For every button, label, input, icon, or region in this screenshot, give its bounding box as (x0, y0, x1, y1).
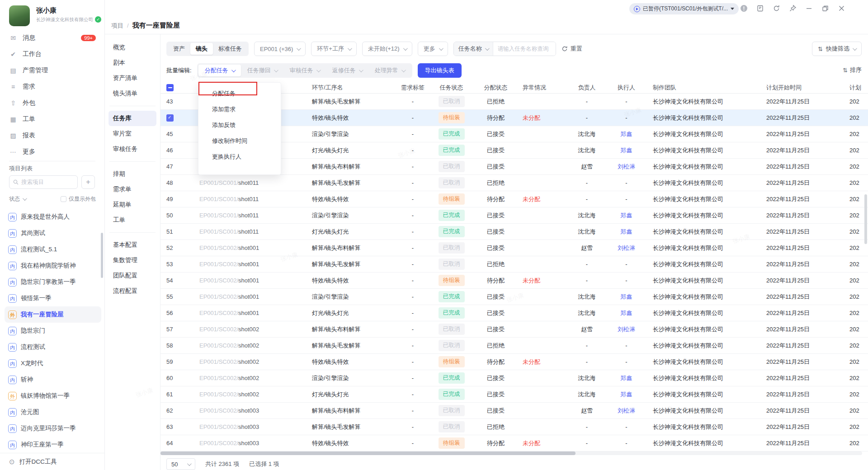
executor-link[interactable]: - (625, 277, 627, 284)
col-executor[interactable]: 执行人 (606, 84, 646, 92)
sidebar-menu-item[interactable]: ▦ 工单 (5, 111, 100, 127)
select-all-checkbox[interactable] (166, 84, 174, 91)
sidebar-menu-item[interactable]: ▤ 产需管理 (5, 62, 100, 79)
executor-link[interactable]: - (625, 114, 627, 121)
restore-icon[interactable] (821, 5, 829, 12)
sidebar-menu-item[interactable]: ▨ 报表 (5, 127, 100, 144)
shot-cell[interactable]: EP001/SC001/shot011 (195, 228, 306, 235)
warning-icon[interactable] (740, 5, 748, 12)
context-menu-item[interactable]: 添加反馈 (198, 117, 281, 133)
project-item[interactable]: 外 镇妖博物馆第一季 (5, 388, 101, 404)
project-item[interactable]: 内 迈向克里玛莎第一季 (5, 420, 101, 437)
segment-option[interactable]: 镜头 (190, 43, 213, 55)
page-size-select[interactable]: 50 (166, 458, 195, 470)
executor-link[interactable]: 郑鑫 (621, 375, 632, 381)
table-row[interactable]: 60 EP001/SC002/shot002 渲染/引擎渲染 - 已完成 已接受… (160, 370, 868, 386)
sidebar-menu-item[interactable]: ✔ 工作台 (5, 46, 100, 62)
table-row[interactable]: 62 EP001/SC002/shot003 解算/镜头布料解算 - 已取消 已… (160, 403, 868, 419)
project-item[interactable]: 内 流程测试_5.1 (5, 241, 101, 258)
horizontal-scrollbar[interactable] (160, 451, 862, 455)
project-item[interactable]: 内 沧元图 (5, 404, 101, 420)
project-item[interactable]: 内 原来我是世外高人 (5, 209, 101, 225)
table-row[interactable]: 50 EP001/SC001/shot011 渲染/引擎渲染 - 已完成 已接受… (160, 207, 868, 224)
col-status[interactable]: 任务状态 (428, 84, 475, 92)
col-tag[interactable]: 需求标签 (398, 84, 428, 92)
context-menu-item[interactable]: 修改制作时间 (198, 133, 281, 149)
shot-cell[interactable]: EP001/SC002/shot002 (195, 326, 306, 333)
executor-link[interactable]: 刘松淋 (618, 244, 635, 251)
horizontal-scrollbar-thumb[interactable] (160, 451, 576, 455)
project-item[interactable]: 内 神印王座第一季 (5, 437, 101, 452)
executor-link[interactable]: - (625, 440, 627, 446)
bulk-action-dropdown[interactable]: 分配任务 (198, 65, 241, 76)
filter-dropdown[interactable]: 环节+工序 (311, 42, 357, 56)
shot-cell[interactable]: EP001/SC002/shot003 (195, 407, 306, 414)
subnav-item[interactable]: 流程配置 (108, 283, 156, 299)
subnav-item[interactable]: 基本配置 (108, 237, 156, 253)
executor-link[interactable]: - (625, 358, 627, 365)
project-item[interactable]: 内 其尚测试 (5, 225, 101, 241)
bulk-action-dropdown[interactable]: 审核任务 (283, 65, 326, 76)
col-owner[interactable]: 负责人 (567, 84, 606, 92)
table-row[interactable]: 55 EP001/SC002/shot001 渲染/引擎渲染 - 已完成 已接受… (160, 289, 868, 305)
table-row[interactable]: 57 EP001/SC002/shot002 解算/镜头布料解算 - 已取消 已… (160, 321, 868, 338)
col-abnormal[interactable]: 异常情况 (516, 84, 567, 92)
name-filter-field-select[interactable]: 任务名称 (454, 42, 493, 56)
context-menu-item[interactable]: 添加需求 (198, 101, 281, 117)
table-row[interactable]: 59 EP001/SC002/shot002 特效/镜头特效 - 待组装 待分配… (160, 354, 868, 370)
project-item[interactable]: 内 顿悟第一季 (5, 290, 101, 306)
shot-cell[interactable]: EP001/SC002/shot001 (195, 293, 306, 300)
filter-dropdown[interactable]: 未开始(+12) (362, 42, 412, 56)
feedback-icon[interactable] (756, 5, 764, 12)
project-item[interactable]: 内 流程测试 (5, 339, 101, 355)
minimize-icon[interactable] (805, 5, 813, 12)
table-row[interactable]: 48 EP001/SC001/shot011 解算/镜头毛发解算 - 已取消 已… (160, 175, 868, 191)
project-search-input[interactable]: 搜索项目 (9, 175, 78, 189)
sort-button[interactable]: ⇅ 排序 (843, 66, 862, 74)
close-icon[interactable] (838, 5, 845, 12)
subnav-item[interactable] (109, 161, 156, 162)
shot-cell[interactable]: EP001/SC002/shot002 (195, 375, 306, 381)
bulk-action-dropdown[interactable]: 返修任务 (326, 65, 368, 76)
subnav-item[interactable] (109, 232, 156, 233)
only-outsource-checkbox[interactable] (61, 196, 66, 202)
executor-link[interactable]: 郑鑫 (621, 147, 632, 154)
sidebar-menu-item[interactable]: ⋯ 更多 (5, 144, 100, 160)
executor-link[interactable]: 刘松淋 (618, 163, 635, 170)
reset-filters-button[interactable]: 重置 (561, 45, 582, 53)
shot-cell[interactable]: EP001/SC002/shot002 (195, 358, 306, 365)
executor-link[interactable]: 郑鑫 (621, 310, 632, 316)
shot-cell[interactable]: EP001/SC002/shot001 (195, 261, 306, 268)
executor-link[interactable]: - (625, 342, 627, 349)
bulk-action-dropdown[interactable]: 任务撤回 (241, 65, 283, 76)
table-row[interactable]: 58 EP001/SC002/shot002 解算/镜头毛发解算 - 已取消 已… (160, 338, 868, 354)
subnav-item[interactable]: 资产清单 (108, 70, 156, 86)
project-item[interactable]: 内 隐世宗门掌教第一季 (5, 274, 101, 290)
table-row[interactable]: 54 EP001/SC002/shot001 特效/镜头特效 - 待组装 待分配… (160, 273, 868, 289)
open-dcc-tool[interactable]: ⊙ 打开DCC工具 (0, 453, 104, 470)
table-row[interactable]: 56 EP001/SC002/shot001 灯光/镜头灯光 - 已完成 已接受… (160, 305, 868, 321)
segment-option[interactable]: 标准任务 (213, 43, 247, 55)
col-process[interactable]: 环节/工序名 (306, 84, 398, 92)
shot-cell[interactable]: EP001/SC002/shot003 (195, 440, 306, 446)
sidebar-menu-item[interactable]: ✉ 消息 99+ (5, 30, 100, 46)
context-menu-item[interactable]: 更换执行人 (198, 149, 281, 164)
subnav-item[interactable]: 概览 (108, 40, 156, 55)
row-checkbox-checked[interactable] (166, 114, 174, 122)
shot-cell[interactable]: EP001/SC002/shot002 (195, 391, 306, 398)
executor-link[interactable]: 郑鑫 (621, 131, 632, 137)
col-plan-end[interactable]: 计划 (843, 84, 868, 92)
executor-link[interactable]: 郑鑫 (621, 228, 632, 235)
col-assign[interactable]: 分配状态 (475, 84, 516, 92)
shot-cell[interactable]: EP001/SC001/shot011 (195, 196, 306, 202)
subnav-item[interactable]: 团队配置 (108, 268, 156, 283)
subnav-item[interactable]: 审核任务 (108, 141, 156, 157)
subnav-item[interactable]: 剧本 (108, 55, 156, 70)
executor-link[interactable]: 郑鑫 (621, 212, 632, 219)
task-name-search-input[interactable] (493, 42, 556, 56)
subnav-item[interactable]: 需求单 (108, 182, 156, 197)
project-item[interactable]: 内 (5, 205, 101, 209)
col-plan-start[interactable]: 计划开始时间 (760, 84, 843, 92)
executor-link[interactable]: 刘松淋 (618, 407, 635, 414)
shot-cell[interactable]: EP001/SC001/shot011 (195, 212, 306, 219)
